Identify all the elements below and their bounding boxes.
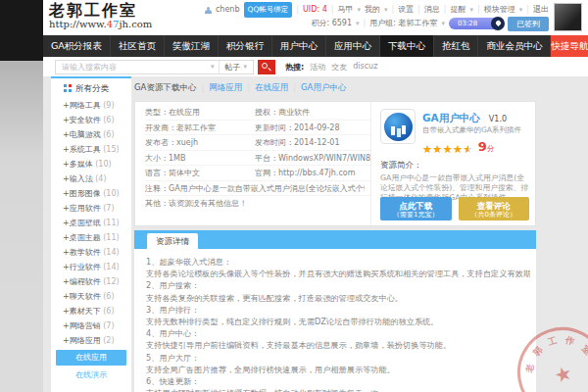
detail-tab-bar: 资源详情 (134, 230, 536, 249)
feature-line: 支持无数种排行类型，纯自定义排行规则，无需DZ论坛自带排行功能的独立系统。 (146, 316, 530, 327)
sidebar-item-wallpapers[interactable]: +桌面壁纸 (11) (51, 216, 131, 230)
chevron-down-icon: ▾ (244, 63, 248, 71)
feature-line: 支持全局广告图片推荐，全局排行榜快速展示，用户相册展示等功能。 (146, 364, 530, 375)
search-button[interactable] (258, 60, 275, 74)
sidebar-item-web-apps[interactable]: +网络应用 (2) (51, 333, 131, 348)
breadcrumb-web-apps[interactable]: 网络应用 (209, 82, 242, 94)
water-drop-icon (491, 17, 505, 30)
main-nav: GA积分报表 社区首页 笑傲江湖 积分银行 用户中心 应用中心 下载中心 抢红包… (43, 35, 588, 57)
table-row: 类型：在线应用 授权：商业软件 (145, 105, 370, 121)
feature-line: 支持快捷引导用户前往编辑资料，支持最基本的信息展示，勋章墙，装扮切换等功能。 (146, 339, 530, 351)
sidebar-item-online-demo[interactable]: 在线演示 (51, 368, 131, 382)
hot-item-discuz[interactable]: discuz (353, 62, 377, 73)
sidebar-item-apps[interactable]: +应用软件 (7) (51, 201, 131, 216)
resource-info-card: 类型：在线应用 授权：商业软件 开发商：老郭工作室 更新时间：2014-09-2… (134, 101, 536, 226)
intro-label: 资源简介： (380, 160, 529, 172)
site-logo[interactable]: 老郭工作室 http://www.47jh.com (49, 2, 152, 29)
quick-nav-button[interactable]: 快捷导航 ▾ (551, 35, 588, 57)
energy-progress-bar[interactable]: 03:28 (449, 18, 504, 29)
star-rating: ★★★★★★★★★★ (422, 144, 473, 155)
sidebar-item-games[interactable]: +电脑游戏 (6) (51, 127, 131, 142)
sidebar-item-system-tools[interactable]: +系统工具 (15) (51, 142, 131, 157)
progress-time: 03:28 (458, 20, 477, 27)
nav-item-app-center[interactable]: 应用中心 (326, 35, 380, 57)
app-tagline: 自带嵌入式豪华的GA系列插件 (422, 125, 521, 135)
link-messages[interactable]: 消息 (424, 3, 440, 17)
credits-label[interactable]: 积分: 6591 (311, 17, 352, 30)
username[interactable]: chenb (216, 3, 240, 17)
feature-line: 2、用户搜索： (146, 279, 530, 291)
sidebar-item-themes[interactable]: +桌面主题 (11) (51, 230, 131, 245)
sidebar-item-industry[interactable]: +行业软件 (14) (51, 260, 131, 274)
nav-item-user-center[interactable]: 用户中心 (272, 35, 326, 57)
feature-line: 支持用户随时刷新排行榜缓存数据，纯自动化刷新时间为每天一次。 (146, 387, 530, 392)
search-icon (262, 63, 268, 69)
link-settings[interactable]: 设置 (398, 3, 414, 17)
site-url: http://www.47jh.com (49, 19, 152, 29)
nav-item-redpacket[interactable]: 抢红包 (434, 35, 479, 57)
uid-label: UID: 4 (303, 3, 327, 17)
dark-corner (0, 0, 43, 61)
feature-line: 4、用户中心： (146, 327, 530, 339)
hot-label: 热搜: (285, 62, 304, 73)
search-input[interactable] (56, 61, 211, 74)
sidebar-item-online-apps-active[interactable]: 在线应用 (56, 350, 126, 366)
feature-line: 支持各类复杂的关联搜索，更有匹配搜索，打造最强的管理或交友中心。 (146, 292, 530, 304)
hot-item-activity[interactable]: 活动 (310, 62, 325, 73)
chevron-down-icon: ▾ (384, 3, 388, 17)
search-box: ▾ 帖子▾ (55, 60, 254, 74)
sidebar-item-marketing[interactable]: +网络营销 (7) (51, 318, 131, 333)
search-row: ▾ 帖子▾ 热搜: 活动 交友 discuz (43, 57, 588, 76)
sidebar-item-chat[interactable]: +聊天软件 (6) (51, 289, 131, 304)
sidebar-item-materials[interactable]: +素材天下 (6) (51, 304, 131, 318)
sidebar-item-graphics[interactable]: +图形图像 (10) (51, 186, 131, 201)
link-modules[interactable]: 模块管理 (484, 3, 515, 17)
link-notices[interactable]: 提醒 (451, 3, 466, 17)
download-button[interactable]: 点此下载（需要1元宝） (380, 197, 452, 220)
link-majia[interactable]: 马甲 (337, 3, 353, 17)
nav-item-jianghu[interactable]: 笑傲江湖 (165, 35, 219, 57)
category-sidebar: 所有分类 +网络工具 (9) +安全软件 (6) +电脑游戏 (6) +系统工具… (51, 76, 131, 392)
nav-item-download-center[interactable]: 下载中心 (380, 35, 434, 57)
categories-grid-icon (64, 84, 67, 87)
chevron-down-icon: ▾ (519, 3, 523, 17)
site-header: 老郭工作室 http://www.47jh.com chenb QQ帐号绑定 |… (43, 0, 588, 35)
qq-bind-badge[interactable]: QQ帐号绑定 (244, 2, 293, 18)
breadcrumb: GA资源下载中心 | 网络应用 | 在线应用 | GA用户中心 (134, 82, 346, 94)
link-wode[interactable]: 我的 (365, 3, 380, 17)
sidebar-item-programming[interactable]: +编程软件 (12) (51, 274, 131, 289)
signed-in-button[interactable]: 已签到 (508, 17, 549, 31)
link-logout[interactable]: 退出 (533, 3, 549, 17)
tab-resource-detail[interactable]: 资源详情 (147, 233, 198, 249)
nav-item-ga-report[interactable]: GA积分报表 (43, 35, 111, 57)
nav-item-home[interactable]: 社区首页 (111, 35, 165, 57)
app-version: V1.0 (489, 115, 507, 123)
sidebar-item-multimedia[interactable]: +多媒体 (10) (51, 157, 131, 172)
breadcrumb-root[interactable]: GA资源下载中心 (134, 82, 196, 94)
table-row: 发布者：xuejh 发布时间：2014-12-01 (145, 135, 370, 151)
breadcrumb-ga-user-center[interactable]: GA用户中心 (301, 82, 346, 94)
search-scope-dropdown[interactable]: 帖子▾ (219, 61, 254, 74)
hot-item-friends[interactable]: 交友 (331, 62, 347, 73)
feature-line: 支持各类论坛模板的头像嵌入等个性装扮，并且有强大的赠送购买系统和相关的管理工具，… (146, 268, 530, 279)
app-summary-panel: GA用户中心 V1.0 自带嵌入式豪华的GA系列插件 ★★★★★★★★★★ 9分… (370, 102, 535, 225)
sidebar-item-input-method[interactable]: +输入法 (4) (51, 172, 131, 186)
sidebar-title: 所有分类 (51, 78, 131, 98)
app-logo-icon (380, 109, 416, 144)
view-comments-button[interactable]: 查看评论（共0条评论） (459, 197, 530, 220)
sidebar-item-network-tools[interactable]: +网络工具 (9) (51, 98, 131, 113)
avatar[interactable] (554, 3, 582, 31)
chevron-down-icon: ▾ (470, 3, 474, 17)
sidebar-item-education[interactable]: +教学软件 (14) (51, 245, 131, 260)
site-title: 老郭工作室 (49, 2, 152, 19)
user-stats-row: 积分: 6591▾ | 用户组: 老郭工作室▾ 03:28 已签到 (205, 17, 549, 30)
usergroup-label[interactable]: 用户组: 老郭工作室 (369, 17, 437, 30)
hot-search: 热搜: 活动 交友 discuz (285, 62, 377, 73)
input-chevron-icon[interactable]: ▾ (211, 63, 215, 71)
app-name[interactable]: GA用户中心 (422, 112, 480, 123)
nav-item-bank[interactable]: 积分银行 (219, 35, 272, 57)
sidebar-item-security[interactable]: +安全软件 (6) (51, 113, 131, 127)
nav-item-business-member[interactable]: 商业会员中心 (478, 35, 551, 57)
breadcrumb-online-apps[interactable]: 在线应用 (255, 82, 288, 94)
feature-line: 5、用户大厅： (146, 352, 530, 364)
